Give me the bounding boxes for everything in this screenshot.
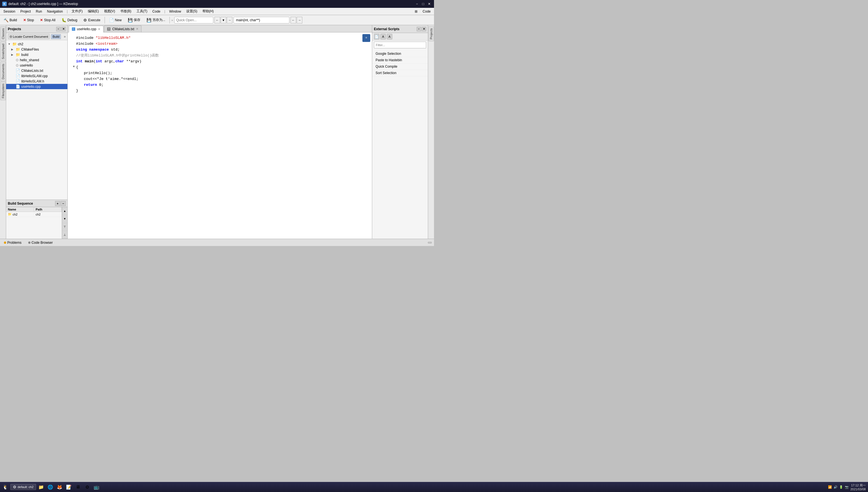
menu-tools[interactable]: 工具(T) xyxy=(134,8,150,14)
debug-button[interactable]: 🐛 Debug xyxy=(59,17,80,23)
menu-project[interactable]: Project xyxy=(18,9,33,14)
menu-edit[interactable]: 编辑(E) xyxy=(86,8,101,14)
filter-input[interactable] xyxy=(374,42,426,48)
tree-label-cmakefiles: CMakeFiles xyxy=(21,48,39,51)
line-fold-6[interactable]: ▼ xyxy=(72,65,76,69)
menu-bookmark[interactable]: 书签(B) xyxy=(118,8,134,14)
build-project-button[interactable]: Build xyxy=(51,34,61,39)
panel-minimize-button[interactable]: − xyxy=(56,27,61,31)
project-expand-button[interactable]: » xyxy=(64,35,66,39)
menu-settings[interactable]: 设置(S) xyxy=(184,8,200,14)
minimize-button[interactable]: − xyxy=(414,2,419,6)
execute-button[interactable]: ⚙ Execute xyxy=(81,17,103,23)
build-proj-label: Build xyxy=(53,35,59,38)
script-item-google[interactable]: Google Selection xyxy=(372,51,428,57)
sidebar-item-filesystem[interactable]: Filesystem xyxy=(0,82,6,100)
close-button[interactable]: ✕ xyxy=(427,2,432,6)
bottom-tab-code-browser[interactable]: Code Browser xyxy=(27,240,54,245)
menu-grid-icon[interactable]: ⊞ xyxy=(412,9,420,14)
tree-item-hello-shared[interactable]: ⊙ hello_shared xyxy=(6,57,67,63)
tree-item-usehello[interactable]: ⊙ useHello xyxy=(6,63,67,68)
code-content-8: cout<<"Je t'aime."<<endl; xyxy=(76,76,368,82)
bottom-bar: Problems Code Browser xyxy=(0,239,434,246)
nav-back-button[interactable]: ← xyxy=(215,17,220,23)
locate-current-button[interactable]: ◎ Locate Current Document xyxy=(8,34,50,39)
sidebar-item-classes[interactable]: Classes xyxy=(0,26,6,41)
sidebar-item-documents[interactable]: Documents xyxy=(0,62,6,81)
menu-session[interactable]: Session xyxy=(1,9,18,14)
menu-code-right[interactable]: Code xyxy=(420,9,433,14)
save-label: 保存 xyxy=(134,18,140,22)
maximize-button[interactable]: □ xyxy=(420,2,426,6)
save-as-button[interactable]: 💾 另存为... xyxy=(144,17,168,23)
sidebar-item-projects[interactable]: Projects xyxy=(428,26,434,41)
bs-expand-button[interactable]: ⊥ xyxy=(62,231,67,239)
script-item-sort[interactable]: Sort Selection xyxy=(372,70,428,76)
new-button[interactable]: 📄 New xyxy=(106,17,124,23)
tree-item-cmakefiles[interactable]: ▶ 📁 CMakeFiles xyxy=(6,47,67,52)
tree-item-cmakelists[interactable]: 📄 CMakeLists.txt xyxy=(6,68,67,73)
bs-cell-name: 📁 ch2 xyxy=(6,212,34,217)
table-row[interactable]: 📁 ch2 ch2 xyxy=(6,212,62,217)
save-button[interactable]: 💾 保存 xyxy=(125,17,143,23)
menu-file[interactable]: 文件(F) xyxy=(69,8,85,14)
rp-edit-button[interactable]: A xyxy=(380,34,386,40)
new-label: New xyxy=(115,18,122,22)
func-nav-forward[interactable]: → xyxy=(297,17,302,23)
build-button[interactable]: 🔨 Build xyxy=(1,17,20,23)
tab-usehello-cpp[interactable]: C useHello.cpp ✕ xyxy=(69,26,103,32)
nav-dropdown-button[interactable]: ▼ xyxy=(221,17,226,23)
code-content-1: #include "libHelloSLAM.h" xyxy=(76,35,368,41)
rp-add-button[interactable]: 📄 xyxy=(374,34,380,40)
script-item-paste[interactable]: Paste to Hastebin xyxy=(372,57,428,64)
tab-close-usehello[interactable]: ✕ xyxy=(98,27,100,31)
bs-up-button[interactable]: ▲ xyxy=(62,207,67,215)
tree-item-usehello-cpp[interactable]: 📄 useHello.cpp xyxy=(6,84,67,89)
menu-bar: Session Project Run Navigation | 文件(F) 编… xyxy=(0,8,434,15)
panel-close-button[interactable]: ✕ xyxy=(61,27,66,31)
status-area xyxy=(428,242,432,244)
stop-button[interactable]: ✕ Stop xyxy=(21,17,37,23)
menu-help[interactable]: 帮助(H) xyxy=(200,8,216,14)
tree-label-libhello-cpp: libHelloSLAM.cpp xyxy=(21,74,48,78)
stop-all-button[interactable]: ✕ Stop All xyxy=(38,17,58,23)
tab-icon-usehello: C xyxy=(72,27,75,31)
sidebar-item-scratchpad[interactable]: Scratchpad xyxy=(0,42,6,61)
build-seq-remove-button[interactable]: − xyxy=(61,201,66,206)
right-panel: External Scripts − ✕ 📄 A A Google Select… xyxy=(372,25,428,239)
rp-close-button[interactable]: ✕ xyxy=(422,27,426,31)
build-seq-title: Build Sequence xyxy=(8,201,33,205)
tab-cmakelists[interactable]: T CMakeLists.txt ✕ xyxy=(104,25,142,32)
build-seq-add-button[interactable]: + xyxy=(55,201,60,206)
code-content-2: #include <iostream> xyxy=(76,41,368,47)
project-toolbar: ◎ Locate Current Document Build » xyxy=(6,33,67,40)
tree-item-libhello-cpp[interactable]: 📄 libHelloSLAM.cpp xyxy=(6,73,67,78)
menu-run[interactable]: Run xyxy=(33,9,44,14)
menu-code[interactable]: Code xyxy=(150,9,163,14)
bs-collapse-button[interactable]: ⊤ xyxy=(62,223,67,231)
build-seq-actions: + − xyxy=(55,201,66,206)
menu-navigation[interactable]: Navigation xyxy=(45,9,65,14)
script-item-quick-compile[interactable]: Quick Compile xyxy=(372,64,428,70)
code-editor[interactable]: ≡ #include "libHelloSLAM.h" #include <io… xyxy=(68,32,372,239)
right-panel-header: External Scripts − ✕ xyxy=(372,25,428,33)
tree-item-build[interactable]: ▶ 📁 build xyxy=(6,52,67,57)
code-content-5: int main(int argc,char **argv) xyxy=(76,59,368,65)
problems-dot xyxy=(4,242,6,244)
bottom-tab-problems[interactable]: Problems xyxy=(2,240,23,245)
tab-close-cmake[interactable]: ✕ xyxy=(136,27,139,31)
menu-window[interactable]: Window xyxy=(167,9,184,14)
tree-item-ch2[interactable]: ▼ 📁 ch2 xyxy=(6,41,67,47)
stop-x-icon: ✕ xyxy=(23,18,26,22)
func-nav-back[interactable]: ← xyxy=(291,17,296,23)
toolbar-sep-2 xyxy=(169,17,170,23)
nav-forward-button[interactable]: → xyxy=(227,17,233,23)
side-tabs-right: Projects xyxy=(428,25,434,239)
bs-down-button[interactable]: ▼ xyxy=(62,215,67,223)
quick-open-input[interactable] xyxy=(174,17,213,23)
tree-item-libhello-h[interactable]: 📄 libHelloSLAM.h xyxy=(6,78,67,84)
rp-minimize-button[interactable]: − xyxy=(417,27,421,31)
rp-delete-button[interactable]: A xyxy=(387,34,392,40)
menu-sep-1: | xyxy=(66,9,69,14)
menu-view[interactable]: 视图(V) xyxy=(102,8,117,14)
